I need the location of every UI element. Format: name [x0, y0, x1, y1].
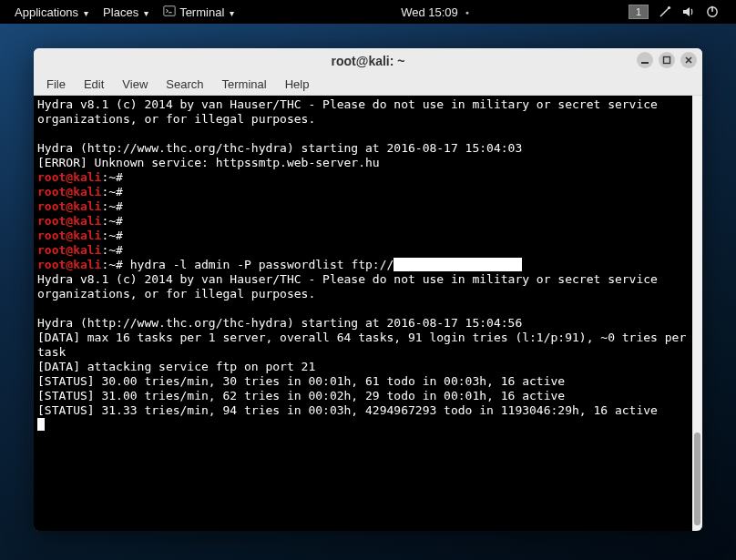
caret-down-icon	[228, 5, 234, 19]
scrollbar[interactable]	[692, 96, 702, 531]
terminal-prompt-line: root@kali:~# hydra -l admin -P passwordl…	[37, 258, 689, 272]
terminal-window: root@kali: ~ File Edit View Search Termi…	[34, 48, 702, 531]
terminal-prompt-line: root@kali:~#	[37, 199, 689, 214]
svg-rect-4	[641, 62, 649, 64]
terminal-viewport[interactable]: Hydra v8.1 (c) 2014 by van Hauser/THC - …	[34, 96, 692, 531]
minimize-button[interactable]	[637, 52, 653, 68]
svg-rect-5	[664, 57, 670, 64]
topbar-applications[interactable]: Applications	[7, 5, 96, 19]
terminal-icon	[163, 5, 176, 20]
topbar-places-label: Places	[103, 5, 138, 19]
terminal-line: [DATA] attacking service ftp on port 21	[37, 360, 689, 374]
redacted-text	[394, 258, 522, 271]
svg-point-1	[668, 6, 670, 9]
topbar-terminal-label: Terminal	[179, 5, 224, 19]
menu-search[interactable]: Search	[158, 76, 210, 93]
terminal-line: Hydra v8.1 (c) 2014 by van Hauser/THC - …	[37, 272, 689, 301]
terminal-line: [STATUS] 31.00 tries/min, 62 tries in 00…	[37, 389, 689, 403]
svg-rect-3	[711, 6, 713, 12]
window-menubar: File Edit View Search Terminal Help	[34, 74, 702, 96]
terminal-line	[37, 127, 689, 141]
cursor-icon	[37, 418, 45, 431]
terminal-prompt-line: root@kali:~#	[37, 214, 689, 229]
terminal-prompt-line: root@kali:~#	[37, 229, 689, 243]
terminal-line: [ERROR] Unknown service: httpssmtp.web-s…	[37, 156, 689, 170]
terminal-line: [DATA] max 16 tasks per 1 server, overal…	[37, 331, 689, 360]
menu-terminal[interactable]: Terminal	[215, 76, 274, 93]
terminal-prompt-line: root@kali:~#	[37, 185, 689, 199]
terminal-line: Hydra v8.1 (c) 2014 by van Hauser/THC - …	[37, 97, 689, 127]
terminal-line: Hydra (http://www.thc.org/thc-hydra) sta…	[37, 316, 689, 331]
topbar-places[interactable]: Places	[96, 5, 156, 19]
topbar-clock[interactable]: Wed 15:09	[394, 5, 476, 19]
menu-file[interactable]: File	[39, 76, 73, 93]
maximize-button[interactable]	[659, 52, 675, 68]
svg-rect-0	[164, 5, 175, 15]
terminal-line: [STATUS] 30.00 tries/min, 30 tries in 00…	[37, 374, 689, 389]
caret-down-icon	[142, 5, 148, 19]
terminal-line: [STATUS] 31.33 tries/min, 94 tries in 00…	[37, 403, 689, 418]
terminal-cursor-line	[37, 418, 689, 433]
menu-edit[interactable]: Edit	[77, 76, 111, 93]
terminal-prompt-line: root@kali:~#	[37, 243, 689, 258]
terminal-line: Hydra (http://www.thc.org/thc-hydra) sta…	[37, 141, 689, 156]
window-title: root@kali: ~	[332, 54, 405, 68]
scrollbar-thumb[interactable]	[694, 433, 700, 525]
window-titlebar[interactable]: root@kali: ~	[34, 48, 702, 74]
gnome-topbar: Applications Places Terminal Wed 15:09 1	[0, 0, 736, 24]
topbar-terminal[interactable]: Terminal	[156, 5, 241, 20]
terminal-prompt-line: root@kali:~#	[37, 170, 689, 185]
terminal-line	[37, 301, 689, 316]
menu-view[interactable]: View	[115, 76, 155, 93]
volume-icon[interactable]	[681, 5, 696, 19]
workspace-badge[interactable]: 1	[629, 5, 649, 19]
caret-down-icon	[82, 5, 88, 19]
menu-help[interactable]: Help	[278, 76, 317, 93]
recording-icon[interactable]	[658, 5, 672, 19]
close-button[interactable]	[680, 52, 697, 68]
topbar-applications-label: Applications	[15, 5, 78, 19]
power-icon[interactable]	[705, 5, 720, 19]
topbar-clock-label: Wed 15:09	[401, 5, 458, 19]
